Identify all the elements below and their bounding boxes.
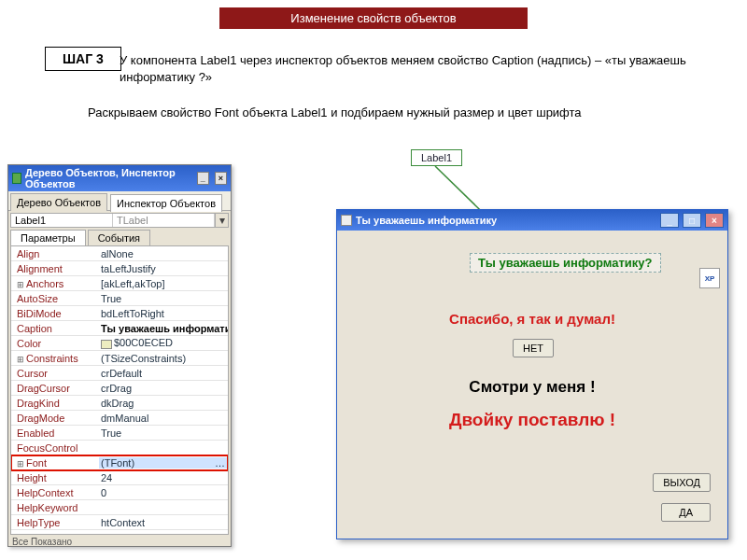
- instruction-2: Раскрываем свойство Font объекта Label1 …: [88, 105, 691, 121]
- property-value[interactable]: dmManual: [99, 413, 228, 424]
- property-value[interactable]: alNone: [99, 248, 228, 259]
- property-value[interactable]: taLeftJustify: [99, 263, 228, 274]
- property-value[interactable]: Ты уважаешь информатику?: [99, 323, 228, 334]
- inspector-titlebar[interactable]: Дерево Объектов, Инспектор Объектов _ ×: [8, 165, 231, 191]
- property-row[interactable]: FocusControl: [11, 441, 228, 455]
- property-name: DragKind: [11, 398, 99, 409]
- component-name: Label1: [11, 214, 113, 227]
- form-close-icon[interactable]: ×: [705, 213, 724, 228]
- property-row[interactable]: DragKinddkDrag: [11, 396, 228, 411]
- callout-label1: Label1: [411, 149, 462, 166]
- subtab-events[interactable]: События: [88, 230, 150, 245]
- property-row[interactable]: HelpKeyword: [11, 500, 228, 515]
- property-name: Color: [11, 338, 99, 349]
- property-name: BiDiMode: [11, 308, 99, 319]
- inspector-title-text: Дерево Объектов, Инспектор Объектов: [25, 167, 188, 189]
- property-name: Caption: [11, 323, 99, 334]
- close-icon[interactable]: ×: [215, 172, 227, 185]
- form-body[interactable]: Ты уважаешь информатику? XP Спасибо, я т…: [337, 231, 727, 539]
- yes-button[interactable]: ДА: [661, 503, 711, 522]
- property-name: Align: [11, 248, 99, 259]
- property-row[interactable]: AlignmenttaLeftJustify: [11, 261, 228, 276]
- property-row[interactable]: Anchors[akLeft,akTop]: [11, 276, 228, 291]
- property-value[interactable]: dkDrag: [99, 398, 228, 409]
- property-value[interactable]: (TFont) …: [99, 457, 228, 469]
- label-thanks[interactable]: Спасибо, я так и думал!: [337, 311, 727, 327]
- subtab-params[interactable]: Параметры: [10, 230, 86, 245]
- property-name: DragMode: [11, 413, 99, 424]
- property-value[interactable]: bdLeftToRight: [99, 308, 228, 319]
- tab-object-inspector[interactable]: Инспектор Объектов: [110, 194, 222, 212]
- inspector-subtabs: Параметры События: [8, 230, 231, 245]
- form-app-icon: [341, 215, 352, 226]
- property-row[interactable]: HelpContext0: [11, 485, 228, 500]
- instruction-1: У компонента Label1 через инспектор объе…: [120, 52, 691, 85]
- property-value[interactable]: $00C0ECED: [99, 337, 228, 348]
- property-row[interactable]: AlignalNone: [11, 246, 228, 261]
- step-badge: ШАГ 3: [45, 47, 121, 71]
- inspector-app-icon: [12, 173, 21, 184]
- property-value[interactable]: htContext: [99, 517, 228, 528]
- label1-component[interactable]: Ты уважаешь информатику?: [470, 253, 661, 273]
- property-name: DragCursor: [11, 383, 99, 394]
- inspector-top-tabs: Дерево Объектов Инспектор Объектов: [8, 191, 231, 211]
- tab-object-tree[interactable]: Дерево Объектов: [10, 193, 107, 211]
- property-row[interactable]: HelpTypehtContext: [11, 515, 228, 530]
- property-row[interactable]: DragCursorcrDrag: [11, 381, 228, 396]
- property-value[interactable]: (TSizeConstraints): [99, 353, 228, 364]
- property-row[interactable]: EnabledTrue: [11, 426, 228, 441]
- slide-title: Изменение свойств объектов: [219, 7, 528, 29]
- property-row[interactable]: Constraints(TSizeConstraints): [11, 351, 228, 366]
- property-name: Constraints: [11, 353, 99, 364]
- label-twomark[interactable]: Двойку поставлю !: [337, 410, 727, 430]
- property-name: FocusControl: [11, 442, 99, 454]
- property-name: HelpKeyword: [11, 502, 99, 513]
- form-designer-window: Ты уважаешь информатику _ □ × Ты уважаеш…: [336, 209, 728, 539]
- form-minimize-icon[interactable]: _: [660, 213, 679, 228]
- exit-button[interactable]: ВЫХОД: [653, 473, 711, 492]
- property-row[interactable]: AutoSizeTrue: [11, 291, 228, 306]
- property-value[interactable]: [akLeft,akTop]: [99, 278, 228, 289]
- property-row[interactable]: CaptionТы уважаешь информатику?: [11, 321, 228, 336]
- xp-manifest-icon[interactable]: XP: [699, 268, 720, 288]
- property-name: Enabled: [11, 427, 99, 439]
- component-class: TLabel: [113, 214, 215, 227]
- property-name: Cursor: [11, 368, 99, 379]
- form-titlebar[interactable]: Ты уважаешь информатику _ □ ×: [337, 210, 727, 231]
- property-name: AutoSize: [11, 293, 99, 304]
- minimize-icon[interactable]: _: [197, 172, 209, 185]
- property-name: Height: [11, 472, 99, 483]
- property-value[interactable]: 0: [99, 487, 228, 498]
- object-inspector-window: Дерево Объектов, Инспектор Объектов _ × …: [7, 164, 232, 547]
- component-selector[interactable]: Label1 TLabel ▾: [10, 213, 229, 228]
- property-row[interactable]: CursorcrDefault: [11, 366, 228, 381]
- property-value[interactable]: 24: [99, 472, 228, 483]
- form-maximize-icon[interactable]: □: [683, 213, 701, 228]
- form-title-text: Ты уважаешь информатику: [356, 215, 497, 226]
- property-name: Font: [11, 457, 99, 469]
- no-button[interactable]: НЕТ: [513, 339, 554, 357]
- property-name: HelpContext: [11, 487, 99, 498]
- property-value[interactable]: crDrag: [99, 383, 228, 394]
- property-name: Anchors: [11, 278, 99, 289]
- property-value[interactable]: crDefault: [99, 368, 228, 379]
- property-value[interactable]: True: [99, 427, 228, 439]
- property-name: Alignment: [11, 263, 99, 274]
- property-grid[interactable]: AlignalNoneAlignmenttaLeftJustifyAnchors…: [10, 245, 229, 535]
- property-row[interactable]: Font(TFont) …: [11, 455, 228, 470]
- property-name: HelpType: [11, 517, 99, 528]
- property-value[interactable]: True: [99, 293, 228, 304]
- inspector-footer: Все Показано: [8, 535, 231, 549]
- property-row[interactable]: Color$00C0ECED: [11, 336, 228, 351]
- label-look[interactable]: Смотри у меня !: [337, 378, 727, 397]
- property-row[interactable]: DragModedmManual: [11, 411, 228, 426]
- property-row[interactable]: Height24: [11, 470, 228, 485]
- chevron-down-icon[interactable]: ▾: [215, 214, 228, 227]
- property-row[interactable]: BiDiModebdLeftToRight: [11, 306, 228, 321]
